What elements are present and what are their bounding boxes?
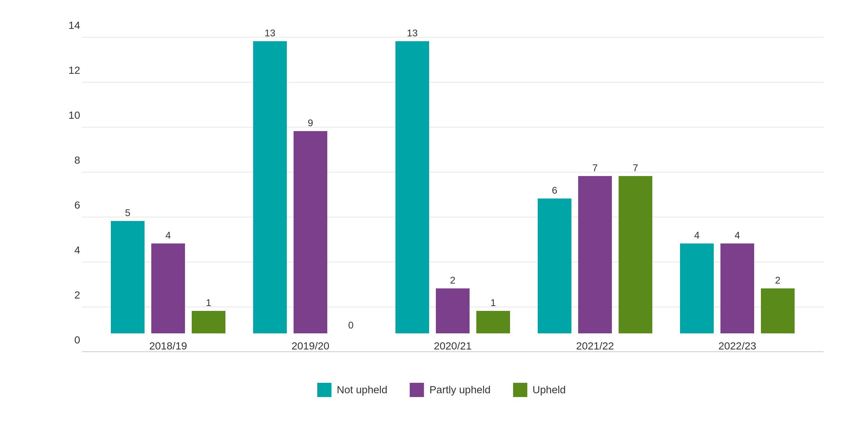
y-axis-label: 6 <box>61 199 80 211</box>
bar-wrapper-not_upheld: 4 <box>680 230 714 333</box>
y-axis-label: 2 <box>61 289 80 301</box>
y-axis-label: 12 <box>61 64 80 76</box>
legend-label-upheld: Upheld <box>532 384 566 396</box>
bar-not_upheld <box>680 243 714 333</box>
bar-value-label: 0 <box>348 320 353 331</box>
bar-value-label: 2 <box>775 275 780 286</box>
legend-swatch-not_upheld <box>317 383 331 397</box>
bar-value-label: 5 <box>125 207 130 219</box>
bar-wrapper-partly_upheld: 4 <box>720 230 754 333</box>
bar-partly_upheld <box>294 131 327 333</box>
bar-wrapper-upheld: 0 <box>334 320 368 333</box>
bar-group-bars: 1390 <box>253 27 368 333</box>
bar-group-bars: 541 <box>111 207 225 333</box>
bar-not_upheld <box>538 199 571 333</box>
bar-wrapper-partly_upheld: 9 <box>294 117 327 333</box>
legend-label-not_upheld: Not upheld <box>337 384 387 396</box>
bar-upheld <box>192 311 225 333</box>
bar-wrapper-upheld: 1 <box>192 297 225 333</box>
bar-wrapper-not_upheld: 6 <box>538 185 571 333</box>
bar-wrapper-partly_upheld: 7 <box>578 162 612 333</box>
bar-partly_upheld <box>436 288 470 333</box>
bar-group: 13212020/21 <box>395 27 510 352</box>
bar-upheld <box>761 288 795 333</box>
chart-container: 02468101214 5412018/1913902019/201321202… <box>22 15 846 412</box>
bar-group: 4422022/23 <box>680 230 795 352</box>
bar-wrapper-partly_upheld: 4 <box>151 230 185 333</box>
bar-not_upheld <box>395 41 429 333</box>
y-axis-label: 8 <box>61 154 80 166</box>
x-axis-label: 2019/20 <box>291 340 329 352</box>
bar-value-label: 7 <box>592 162 598 174</box>
y-axis-label: 0 <box>61 334 80 346</box>
bar-value-label: 7 <box>633 162 638 174</box>
bar-group: 5412018/19 <box>111 207 225 352</box>
bar-wrapper-upheld: 1 <box>476 297 510 333</box>
bar-value-label: 4 <box>166 230 171 241</box>
bar-partly_upheld <box>720 243 754 333</box>
y-axis-label: 10 <box>61 109 80 121</box>
bar-value-label: 13 <box>407 27 418 39</box>
x-axis-label: 2020/21 <box>434 340 471 352</box>
legend-swatch-partly_upheld <box>410 383 424 397</box>
bar-wrapper-not_upheld: 13 <box>395 27 429 333</box>
bar-not_upheld <box>253 41 287 333</box>
bar-wrapper-not_upheld: 13 <box>253 27 287 333</box>
legend-item-upheld: Upheld <box>513 383 566 397</box>
legend-item-not_upheld: Not upheld <box>317 383 387 397</box>
chart-area: 02468101214 5412018/1913902019/201321202… <box>60 37 823 352</box>
y-axis-label: 14 <box>61 19 80 31</box>
legend-item-partly_upheld: Partly upheld <box>410 383 491 397</box>
bar-wrapper-upheld: 2 <box>761 275 795 333</box>
bar-upheld <box>476 311 510 333</box>
bar-value-label: 4 <box>694 230 699 241</box>
bar-wrapper-partly_upheld: 2 <box>436 275 470 333</box>
bar-group-bars: 1321 <box>395 27 510 333</box>
bars-area: 5412018/1913902019/2013212020/216772021/… <box>82 37 823 352</box>
bar-group-bars: 677 <box>538 162 652 333</box>
bar-value-label: 2 <box>450 275 455 286</box>
bar-wrapper-upheld: 7 <box>619 162 652 333</box>
legend: Not upheldPartly upheldUpheld <box>317 383 566 397</box>
x-axis-label: 2022/23 <box>718 340 756 352</box>
bar-value-label: 4 <box>735 230 740 241</box>
legend-label-partly_upheld: Partly upheld <box>430 384 491 396</box>
bar-not_upheld <box>111 221 145 333</box>
bar-value-label: 1 <box>491 297 496 309</box>
bar-wrapper-not_upheld: 5 <box>111 207 145 333</box>
bar-group: 6772021/22 <box>538 162 652 352</box>
bar-partly_upheld <box>151 243 185 333</box>
bar-upheld <box>619 176 652 333</box>
bar-value-label: 9 <box>308 117 313 129</box>
bar-value-label: 1 <box>206 297 211 309</box>
bar-group-bars: 442 <box>680 230 795 333</box>
x-axis-label: 2018/19 <box>149 340 187 352</box>
bar-group: 13902019/20 <box>253 27 368 352</box>
bar-partly_upheld <box>578 176 612 333</box>
bar-value-label: 13 <box>265 27 276 39</box>
bar-value-label: 6 <box>552 185 557 196</box>
legend-swatch-upheld <box>513 383 527 397</box>
x-axis-label: 2021/22 <box>576 340 614 352</box>
y-axis-label: 4 <box>61 244 80 256</box>
